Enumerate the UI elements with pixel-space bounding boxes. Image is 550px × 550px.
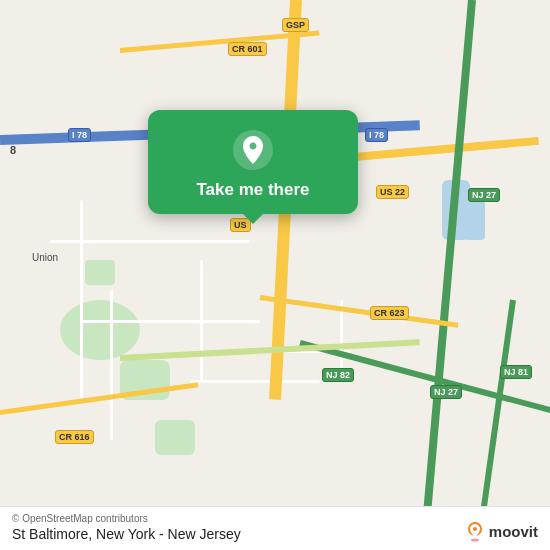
local-road-1 xyxy=(80,200,83,400)
bottom-bar: © OpenStreetMap contributors St Baltimor… xyxy=(0,506,550,550)
label-nj82: NJ 82 xyxy=(322,368,354,382)
location-title: St Baltimore, New York - New Jersey xyxy=(12,526,241,542)
moovit-logo-icon xyxy=(464,520,486,542)
map-container: GSP CR 601 CR 623 CR 616 I 78 I 78 US 22… xyxy=(0,0,550,550)
green-area-1 xyxy=(60,300,140,360)
label-nj27-bottom: NJ 27 xyxy=(430,385,462,399)
local-road-2 xyxy=(50,240,250,243)
green-area-3 xyxy=(155,420,195,455)
label-cr616: CR 616 xyxy=(55,430,94,444)
moovit-logo: moovit xyxy=(464,520,538,542)
map-attribution: © OpenStreetMap contributors xyxy=(12,513,538,524)
svg-point-2 xyxy=(471,539,479,542)
local-road-4 xyxy=(80,320,260,323)
moovit-brand-text: moovit xyxy=(489,523,538,540)
label-cr623: CR 623 xyxy=(370,306,409,320)
popup-card: Take me there xyxy=(148,110,358,214)
location-pin-icon xyxy=(231,128,275,172)
take-me-there-button[interactable]: Take me there xyxy=(196,180,309,200)
local-road-5 xyxy=(200,260,203,380)
label-i78-left: I 78 xyxy=(68,128,91,142)
green-area-4 xyxy=(85,260,115,285)
local-road-3 xyxy=(110,290,113,440)
label-gsp: GSP xyxy=(282,18,309,32)
label-8: 8 xyxy=(10,144,16,156)
label-us22: US 22 xyxy=(376,185,409,199)
label-nj81: NJ 81 xyxy=(500,365,532,379)
label-union: Union xyxy=(32,252,58,263)
water-2 xyxy=(465,200,485,240)
label-cr601: CR 601 xyxy=(228,42,267,56)
label-nj27-right: NJ 27 xyxy=(468,188,500,202)
local-road-6 xyxy=(190,380,320,383)
label-i78-right: I 78 xyxy=(365,128,388,142)
